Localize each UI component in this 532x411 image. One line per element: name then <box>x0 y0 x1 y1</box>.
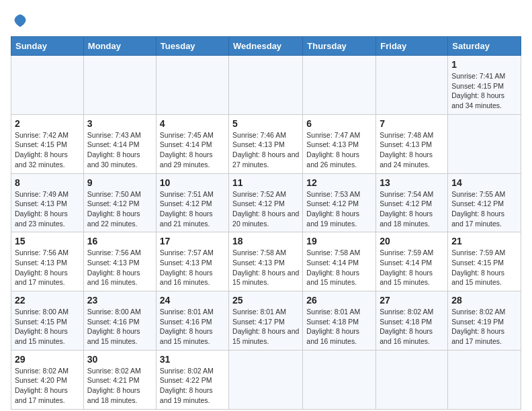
day-number: 21 <box>451 236 517 246</box>
day-cell-20: 20Sunrise: 7:59 AMSunset: 4:14 PMDayligh… <box>376 232 448 291</box>
calendar-week-0: 1Sunrise: 7:41 AMSunset: 4:15 PMDaylight… <box>11 56 521 115</box>
day-cell-23: 23Sunrise: 8:00 AMSunset: 4:16 PMDayligh… <box>83 291 156 351</box>
day-info: Sunrise: 7:59 AMSunset: 4:15 PMDaylight:… <box>451 248 517 287</box>
day-number: 10 <box>160 177 225 188</box>
day-info: Sunrise: 8:02 AMSunset: 4:22 PMDaylight:… <box>160 366 225 406</box>
day-info: Sunrise: 8:00 AMSunset: 4:15 PMDaylight:… <box>15 307 80 347</box>
day-number: 9 <box>87 177 152 188</box>
day-cell-27: 27Sunrise: 8:02 AMSunset: 4:18 PMDayligh… <box>376 291 448 351</box>
weekday-header-monday: Monday <box>83 37 156 56</box>
day-cell-14: 14Sunrise: 7:55 AMSunset: 4:12 PMDayligh… <box>448 173 521 232</box>
day-cell-8: 8Sunrise: 7:49 AMSunset: 4:13 PMDaylight… <box>11 173 84 232</box>
day-cell-5: 5Sunrise: 7:46 AMSunset: 4:13 PMDaylight… <box>229 114 303 173</box>
day-number: 7 <box>380 118 444 129</box>
day-number: 8 <box>15 177 80 188</box>
day-cell-29: 29Sunrise: 8:02 AMSunset: 4:20 PMDayligh… <box>11 350 84 409</box>
weekday-header-sunday: Sunday <box>11 37 84 56</box>
day-cell-6: 6Sunrise: 7:47 AMSunset: 4:13 PMDaylight… <box>303 114 376 173</box>
day-info: Sunrise: 7:52 AMSunset: 4:12 PMDaylight:… <box>232 189 299 229</box>
weekday-header-friday: Friday <box>376 37 448 56</box>
empty-cell <box>11 56 84 115</box>
day-number: 30 <box>87 354 152 365</box>
day-number: 3 <box>87 118 152 129</box>
weekday-header-thursday: Thursday <box>303 37 376 56</box>
day-number: 20 <box>380 236 444 246</box>
day-info: Sunrise: 7:46 AMSunset: 4:13 PMDaylight:… <box>232 130 299 170</box>
empty-cell <box>303 350 376 409</box>
empty-cell <box>229 56 303 115</box>
calendar-table: SundayMondayTuesdayWednesdayThursdayFrid… <box>11 36 521 410</box>
day-cell-31: 31Sunrise: 8:02 AMSunset: 4:22 PMDayligh… <box>156 350 228 409</box>
day-info: Sunrise: 7:53 AMSunset: 4:12 PMDaylight:… <box>306 189 372 229</box>
empty-cell <box>229 350 303 409</box>
day-cell-15: 15Sunrise: 7:56 AMSunset: 4:13 PMDayligh… <box>11 232 84 291</box>
empty-cell <box>376 56 448 115</box>
day-info: Sunrise: 7:48 AMSunset: 4:13 PMDaylight:… <box>380 130 444 170</box>
day-info: Sunrise: 7:43 AMSunset: 4:14 PMDaylight:… <box>87 130 152 170</box>
day-number: 11 <box>232 177 299 188</box>
day-info: Sunrise: 7:56 AMSunset: 4:13 PMDaylight:… <box>87 248 152 287</box>
logo <box>11 11 32 30</box>
day-cell-18: 18Sunrise: 7:58 AMSunset: 4:13 PMDayligh… <box>229 232 303 291</box>
day-info: Sunrise: 8:02 AMSunset: 4:19 PMDaylight:… <box>451 307 517 347</box>
empty-cell <box>83 56 156 115</box>
day-number: 31 <box>160 354 225 365</box>
calendar-week-2: 8Sunrise: 7:49 AMSunset: 4:13 PMDaylight… <box>11 173 521 232</box>
day-number: 25 <box>232 295 299 306</box>
day-info: Sunrise: 8:00 AMSunset: 4:16 PMDaylight:… <box>87 307 152 347</box>
day-info: Sunrise: 7:58 AMSunset: 4:13 PMDaylight:… <box>232 248 299 287</box>
day-info: Sunrise: 7:59 AMSunset: 4:14 PMDaylight:… <box>380 248 444 287</box>
day-info: Sunrise: 8:02 AMSunset: 4:20 PMDaylight:… <box>15 366 80 406</box>
day-cell-17: 17Sunrise: 7:57 AMSunset: 4:13 PMDayligh… <box>156 232 228 291</box>
empty-cell <box>376 350 448 409</box>
day-cell-3: 3Sunrise: 7:43 AMSunset: 4:14 PMDaylight… <box>83 114 156 173</box>
day-cell-25: 25Sunrise: 8:01 AMSunset: 4:17 PMDayligh… <box>229 291 303 351</box>
day-info: Sunrise: 7:45 AMSunset: 4:14 PMDaylight:… <box>160 130 225 170</box>
calendar-week-5: 29Sunrise: 8:02 AMSunset: 4:20 PMDayligh… <box>11 350 521 409</box>
day-cell-21: 21Sunrise: 7:59 AMSunset: 4:15 PMDayligh… <box>448 232 521 291</box>
day-cell-19: 19Sunrise: 7:58 AMSunset: 4:14 PMDayligh… <box>303 232 376 291</box>
day-number: 26 <box>306 295 372 306</box>
day-cell-2: 2Sunrise: 7:42 AMSunset: 4:15 PMDaylight… <box>11 114 84 173</box>
day-info: Sunrise: 8:02 AMSunset: 4:18 PMDaylight:… <box>380 307 444 347</box>
day-cell-7: 7Sunrise: 7:48 AMSunset: 4:13 PMDaylight… <box>376 114 448 173</box>
day-number: 1 <box>451 59 517 70</box>
day-info: Sunrise: 7:55 AMSunset: 4:12 PMDaylight:… <box>451 189 517 229</box>
day-number: 12 <box>306 177 372 188</box>
day-number: 17 <box>160 236 225 246</box>
day-number: 2 <box>15 118 80 129</box>
weekday-header-row: SundayMondayTuesdayWednesdayThursdayFrid… <box>11 37 521 56</box>
calendar-week-1: 2Sunrise: 7:42 AMSunset: 4:15 PMDaylight… <box>11 114 521 173</box>
day-cell-10: 10Sunrise: 7:51 AMSunset: 4:12 PMDayligh… <box>156 173 228 232</box>
logo-icon <box>11 11 30 30</box>
day-cell-13: 13Sunrise: 7:54 AMSunset: 4:12 PMDayligh… <box>376 173 448 232</box>
day-info: Sunrise: 8:01 AMSunset: 4:17 PMDaylight:… <box>232 307 299 347</box>
day-number: 15 <box>15 236 80 246</box>
day-info: Sunrise: 7:50 AMSunset: 4:12 PMDaylight:… <box>87 189 152 229</box>
day-info: Sunrise: 7:56 AMSunset: 4:13 PMDaylight:… <box>15 248 80 287</box>
calendar-week-3: 15Sunrise: 7:56 AMSunset: 4:13 PMDayligh… <box>11 232 521 291</box>
day-number: 27 <box>380 295 444 306</box>
day-number: 4 <box>160 118 225 129</box>
day-number: 24 <box>160 295 225 306</box>
day-number: 28 <box>451 295 517 306</box>
empty-cell <box>448 114 521 173</box>
day-number: 13 <box>380 177 444 188</box>
day-cell-16: 16Sunrise: 7:56 AMSunset: 4:13 PMDayligh… <box>83 232 156 291</box>
day-number: 29 <box>15 354 80 365</box>
day-number: 6 <box>306 118 372 129</box>
header <box>11 11 521 30</box>
weekday-header-saturday: Saturday <box>448 37 521 56</box>
day-info: Sunrise: 8:02 AMSunset: 4:21 PMDaylight:… <box>87 366 152 406</box>
day-info: Sunrise: 7:47 AMSunset: 4:13 PMDaylight:… <box>306 130 372 170</box>
day-number: 23 <box>87 295 152 306</box>
day-number: 18 <box>232 236 299 246</box>
empty-cell <box>303 56 376 115</box>
weekday-header-wednesday: Wednesday <box>229 37 303 56</box>
day-cell-26: 26Sunrise: 8:01 AMSunset: 4:18 PMDayligh… <box>303 291 376 351</box>
day-cell-12: 12Sunrise: 7:53 AMSunset: 4:12 PMDayligh… <box>303 173 376 232</box>
day-info: Sunrise: 7:57 AMSunset: 4:13 PMDaylight:… <box>160 248 225 287</box>
day-number: 5 <box>232 118 299 129</box>
day-info: Sunrise: 7:42 AMSunset: 4:15 PMDaylight:… <box>15 130 80 170</box>
day-info: Sunrise: 7:54 AMSunset: 4:12 PMDaylight:… <box>380 189 444 229</box>
